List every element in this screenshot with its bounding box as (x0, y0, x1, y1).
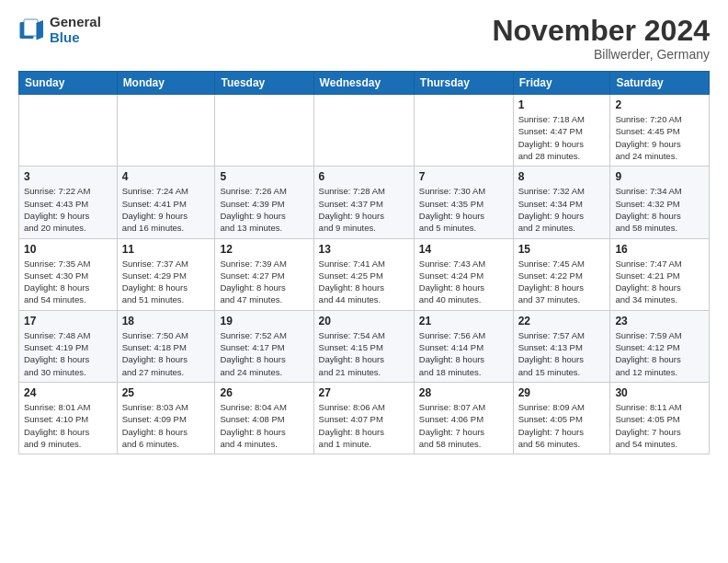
calendar-cell: 12Sunrise: 7:39 AM Sunset: 4:27 PM Dayli… (215, 238, 313, 310)
calendar-cell (19, 95, 118, 167)
calendar-week-row: 24Sunrise: 8:01 AM Sunset: 4:10 PM Dayli… (19, 382, 710, 454)
day-info: Sunrise: 7:24 AM Sunset: 4:41 PM Dayligh… (122, 185, 210, 234)
calendar-cell: 17Sunrise: 7:48 AM Sunset: 4:19 PM Dayli… (19, 310, 118, 382)
calendar-cell: 3Sunrise: 7:22 AM Sunset: 4:43 PM Daylig… (19, 167, 118, 238)
calendar-cell: 6Sunrise: 7:28 AM Sunset: 4:37 PM Daylig… (313, 167, 414, 238)
col-saturday: Saturday (610, 72, 710, 95)
calendar-cell: 14Sunrise: 7:43 AM Sunset: 4:24 PM Dayli… (414, 238, 513, 310)
day-info: Sunrise: 7:30 AM Sunset: 4:35 PM Dayligh… (419, 185, 508, 234)
calendar-cell: 9Sunrise: 7:34 AM Sunset: 4:32 PM Daylig… (610, 167, 710, 238)
calendar-cell: 29Sunrise: 8:09 AM Sunset: 4:05 PM Dayli… (513, 382, 610, 454)
location: Billwerder, Germany (492, 47, 710, 62)
calendar-cell: 22Sunrise: 7:57 AM Sunset: 4:13 PM Dayli… (513, 310, 610, 382)
day-number: 30 (615, 386, 704, 399)
logo-general: General (50, 15, 101, 30)
day-number: 5 (220, 170, 308, 183)
calendar-cell: 8Sunrise: 7:32 AM Sunset: 4:34 PM Daylig… (513, 167, 610, 238)
day-info: Sunrise: 7:18 AM Sunset: 4:47 PM Dayligh… (518, 113, 606, 162)
day-info: Sunrise: 7:56 AM Sunset: 4:14 PM Dayligh… (419, 329, 508, 378)
col-thursday: Thursday (414, 72, 513, 95)
calendar-cell: 13Sunrise: 7:41 AM Sunset: 4:25 PM Dayli… (313, 238, 414, 310)
calendar-cell: 30Sunrise: 8:11 AM Sunset: 4:05 PM Dayli… (610, 382, 710, 454)
col-sunday: Sunday (19, 72, 118, 95)
day-number: 11 (122, 243, 210, 256)
day-number: 12 (220, 243, 308, 256)
day-number: 17 (24, 315, 112, 327)
calendar-week-row: 1Sunrise: 7:18 AM Sunset: 4:47 PM Daylig… (19, 95, 710, 167)
day-info: Sunrise: 7:32 AM Sunset: 4:34 PM Dayligh… (518, 185, 606, 234)
day-number: 29 (518, 386, 606, 399)
calendar-cell: 19Sunrise: 7:52 AM Sunset: 4:17 PM Dayli… (215, 310, 313, 382)
calendar-cell (313, 95, 414, 167)
day-info: Sunrise: 7:37 AM Sunset: 4:29 PM Dayligh… (122, 258, 210, 306)
col-monday: Monday (117, 72, 215, 95)
day-number: 22 (518, 315, 606, 327)
calendar-cell (414, 95, 513, 167)
day-number: 23 (615, 315, 704, 327)
day-number: 16 (615, 243, 704, 256)
day-number: 27 (319, 386, 409, 399)
day-info: Sunrise: 7:28 AM Sunset: 4:37 PM Dayligh… (319, 185, 409, 234)
day-info: Sunrise: 7:34 AM Sunset: 4:32 PM Dayligh… (615, 185, 704, 234)
day-info: Sunrise: 8:11 AM Sunset: 4:05 PM Dayligh… (615, 401, 704, 450)
calendar-week-row: 10Sunrise: 7:35 AM Sunset: 4:30 PM Dayli… (19, 238, 710, 310)
day-info: Sunrise: 7:59 AM Sunset: 4:12 PM Dayligh… (615, 329, 704, 378)
col-friday: Friday (513, 72, 610, 95)
day-number: 20 (319, 315, 409, 327)
day-info: Sunrise: 8:04 AM Sunset: 4:08 PM Dayligh… (220, 401, 308, 450)
logo-icon (18, 17, 46, 44)
day-info: Sunrise: 7:50 AM Sunset: 4:18 PM Dayligh… (122, 329, 210, 378)
day-number: 18 (122, 315, 210, 327)
day-info: Sunrise: 7:57 AM Sunset: 4:13 PM Dayligh… (518, 329, 606, 378)
day-number: 21 (419, 315, 508, 327)
calendar-cell (215, 95, 313, 167)
calendar-week-row: 17Sunrise: 7:48 AM Sunset: 4:19 PM Dayli… (19, 310, 710, 382)
day-number: 24 (24, 386, 112, 399)
day-number: 3 (24, 170, 112, 183)
svg-rect-1 (24, 19, 38, 36)
day-info: Sunrise: 7:43 AM Sunset: 4:24 PM Dayligh… (419, 258, 508, 306)
calendar-page: General Blue November 2024 Billwerder, G… (0, 0, 728, 563)
day-info: Sunrise: 8:07 AM Sunset: 4:06 PM Dayligh… (419, 401, 508, 450)
calendar-cell: 16Sunrise: 7:47 AM Sunset: 4:21 PM Dayli… (610, 238, 710, 310)
calendar-week-row: 3Sunrise: 7:22 AM Sunset: 4:43 PM Daylig… (19, 167, 710, 238)
day-info: Sunrise: 7:22 AM Sunset: 4:43 PM Dayligh… (24, 185, 112, 234)
day-number: 25 (122, 386, 210, 399)
day-number: 15 (518, 243, 606, 256)
col-tuesday: Tuesday (215, 72, 313, 95)
day-info: Sunrise: 7:47 AM Sunset: 4:21 PM Dayligh… (615, 258, 704, 306)
calendar-cell: 25Sunrise: 8:03 AM Sunset: 4:09 PM Dayli… (117, 382, 215, 454)
day-number: 28 (419, 386, 508, 399)
day-number: 1 (518, 98, 606, 111)
calendar-cell: 28Sunrise: 8:07 AM Sunset: 4:06 PM Dayli… (414, 382, 513, 454)
day-info: Sunrise: 8:03 AM Sunset: 4:09 PM Dayligh… (122, 401, 210, 450)
day-number: 26 (220, 386, 308, 399)
calendar-cell: 18Sunrise: 7:50 AM Sunset: 4:18 PM Dayli… (117, 310, 215, 382)
calendar-cell: 1Sunrise: 7:18 AM Sunset: 4:47 PM Daylig… (513, 95, 610, 167)
day-number: 13 (319, 243, 409, 256)
calendar-cell: 20Sunrise: 7:54 AM Sunset: 4:15 PM Dayli… (313, 310, 414, 382)
day-info: Sunrise: 8:09 AM Sunset: 4:05 PM Dayligh… (518, 401, 606, 450)
day-info: Sunrise: 7:48 AM Sunset: 4:19 PM Dayligh… (24, 329, 112, 378)
calendar-cell: 23Sunrise: 7:59 AM Sunset: 4:12 PM Dayli… (610, 310, 710, 382)
calendar-cell (117, 95, 215, 167)
calendar-cell: 11Sunrise: 7:37 AM Sunset: 4:29 PM Dayli… (117, 238, 215, 310)
day-number: 10 (24, 243, 112, 256)
calendar-cell: 15Sunrise: 7:45 AM Sunset: 4:22 PM Dayli… (513, 238, 610, 310)
day-number: 14 (419, 243, 508, 256)
logo-blue: Blue (50, 30, 101, 46)
col-wednesday: Wednesday (313, 72, 414, 95)
calendar-cell: 21Sunrise: 7:56 AM Sunset: 4:14 PM Dayli… (414, 310, 513, 382)
day-number: 19 (220, 315, 308, 327)
day-number: 8 (518, 170, 606, 183)
day-info: Sunrise: 7:52 AM Sunset: 4:17 PM Dayligh… (220, 329, 308, 378)
calendar-cell: 7Sunrise: 7:30 AM Sunset: 4:35 PM Daylig… (414, 167, 513, 238)
calendar-cell: 2Sunrise: 7:20 AM Sunset: 4:45 PM Daylig… (610, 95, 710, 167)
calendar-cell: 5Sunrise: 7:26 AM Sunset: 4:39 PM Daylig… (215, 167, 313, 238)
logo-text: General Blue (50, 15, 101, 45)
day-number: 7 (419, 170, 508, 183)
title-area: November 2024 Billwerder, Germany (492, 15, 710, 62)
logo: General Blue (18, 15, 101, 45)
day-number: 9 (615, 170, 704, 183)
calendar-table: Sunday Monday Tuesday Wednesday Thursday… (18, 71, 710, 454)
